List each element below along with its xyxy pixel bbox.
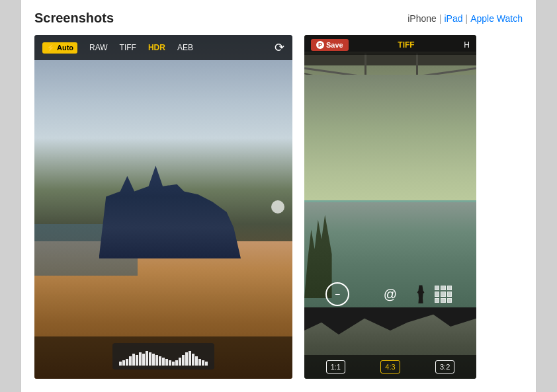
nav-iphone[interactable]: iPhone xyxy=(407,13,437,24)
camera-switch-icon[interactable]: ⟳ xyxy=(275,40,284,55)
hist-bar xyxy=(136,355,138,366)
hist-bar xyxy=(129,356,132,366)
hist-bar xyxy=(192,354,194,366)
hist-bar xyxy=(146,351,148,366)
camera2-middle-bar: − @ xyxy=(304,278,476,310)
grid-cell xyxy=(435,292,439,296)
ratio-3-2[interactable]: 3:2 xyxy=(435,360,454,373)
hist-bar xyxy=(165,359,168,366)
minus-icon: − xyxy=(335,289,340,299)
hist-bar xyxy=(202,360,204,366)
ship-silhouette xyxy=(99,155,241,258)
bridge-structure xyxy=(304,35,476,214)
camera2-bottom-bar: 1:1 4:3 3:2 xyxy=(304,355,476,379)
hist-bar xyxy=(119,362,122,366)
hist-bar xyxy=(189,351,191,366)
camera2-top-bar: P Save TIFF H xyxy=(304,35,476,55)
save-label: Save xyxy=(326,41,343,49)
hist-bar xyxy=(205,362,208,366)
exposure-control[interactable]: − xyxy=(325,282,349,306)
hist-bar xyxy=(162,358,165,366)
hist-bar xyxy=(159,356,161,366)
grid-cell xyxy=(441,292,445,296)
hist-bar xyxy=(152,354,155,366)
bridge-beam-secondary xyxy=(304,54,476,65)
ratio-4-3[interactable]: 4:3 xyxy=(380,360,400,373)
screenshot-iphone-2: P Save TIFF H − @ xyxy=(304,35,476,379)
hist-bar xyxy=(139,352,142,366)
hist-bar xyxy=(172,362,175,366)
main-container: Screenshots iPhone | iPad | Apple Watch … xyxy=(21,0,536,392)
nav-sep-1: | xyxy=(439,13,442,24)
hdr-option[interactable]: HDR xyxy=(148,43,165,52)
top-bar-items: ⚡ Auto RAW TIFF HDR AEB xyxy=(42,42,193,54)
page-title: Screenshots xyxy=(34,11,114,26)
ship-background xyxy=(34,35,292,379)
raw-option[interactable]: RAW xyxy=(89,43,108,52)
hist-bar xyxy=(142,354,145,366)
grid-cell xyxy=(441,286,445,290)
grid-cell xyxy=(447,292,452,296)
grid-cell xyxy=(447,286,452,290)
grid-icon xyxy=(435,286,452,303)
tiff-option[interactable]: TIFF xyxy=(120,43,136,52)
grid-cell xyxy=(435,298,439,303)
flash-bolt: ⚡ xyxy=(46,44,56,52)
spiral-icon: @ xyxy=(384,287,397,302)
screenshot-iphone-1: ⚡ Auto RAW TIFF HDR AEB ⟳ xyxy=(34,35,292,379)
ratio-1-1[interactable]: 1:1 xyxy=(326,360,345,373)
hist-bar xyxy=(132,354,135,366)
side-button[interactable] xyxy=(271,200,284,214)
hist-bar xyxy=(126,359,128,366)
tiff-option-2[interactable]: TIFF xyxy=(398,40,414,50)
spiral-control[interactable]: @ xyxy=(378,282,402,306)
save-button[interactable]: P Save xyxy=(311,39,349,51)
bridge-top xyxy=(304,35,476,214)
nav-applewatch[interactable]: Apple Watch xyxy=(470,13,523,24)
camera-top-bar: ⚡ Auto RAW TIFF HDR AEB ⟳ xyxy=(34,35,292,60)
hist-bar xyxy=(182,355,185,366)
nav-sep-2: | xyxy=(466,13,468,24)
hist-bar xyxy=(149,352,151,366)
grid-cell xyxy=(441,298,445,303)
grid-cell xyxy=(447,298,452,303)
hist-bar xyxy=(185,352,188,366)
hist-bar xyxy=(198,359,201,366)
nav-links: iPhone | iPad | Apple Watch xyxy=(407,13,523,24)
hist-bar xyxy=(155,355,158,366)
grid-cell xyxy=(435,286,439,290)
hist-bar xyxy=(122,360,125,366)
bridge-background xyxy=(304,35,476,379)
hist-bar xyxy=(169,360,171,366)
pinterest-icon: P xyxy=(316,41,324,49)
hist-bar xyxy=(175,360,178,366)
header: Screenshots iPhone | iPad | Apple Watch xyxy=(34,11,523,26)
histogram xyxy=(112,343,214,370)
camera-bottom-bar xyxy=(34,336,292,379)
flash-label: Auto xyxy=(57,44,73,52)
hist-bar xyxy=(179,358,181,366)
hist-bar xyxy=(195,356,198,366)
aeb-option[interactable]: AEB xyxy=(177,43,193,52)
nav-ipad[interactable]: iPad xyxy=(444,13,462,24)
screenshots-row: ⚡ Auto RAW TIFF HDR AEB ⟳ xyxy=(34,35,523,379)
horizon-line xyxy=(304,200,476,202)
h-option[interactable]: H xyxy=(464,40,470,50)
grid-control[interactable] xyxy=(431,282,455,306)
flash-icon[interactable]: ⚡ Auto xyxy=(42,42,77,54)
bridge-underside xyxy=(304,75,476,214)
